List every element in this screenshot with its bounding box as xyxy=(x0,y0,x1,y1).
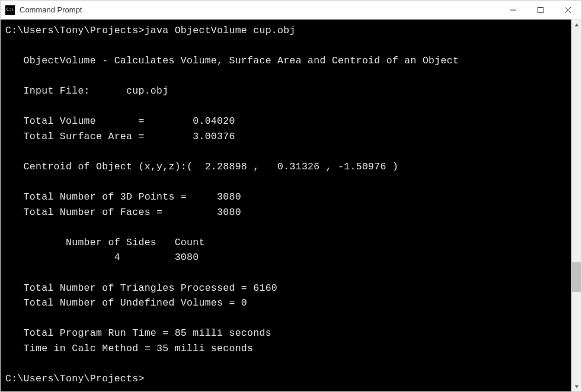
scrollbar-thumb[interactable] xyxy=(572,262,581,292)
close-button[interactable] xyxy=(554,1,581,19)
scroll-down-button[interactable] xyxy=(571,381,581,391)
vertical-scrollbar[interactable] xyxy=(571,20,581,391)
scroll-up-button[interactable] xyxy=(571,20,581,30)
window-title: Command Prompt xyxy=(20,5,500,14)
output-line: Total Number of Undefined Volumes = 0 xyxy=(5,297,247,309)
command-prompt-window: Command Prompt C:\Users\Tony\Projects>ja… xyxy=(0,0,582,392)
output-line: Time in Calc Method = 35 milli seconds xyxy=(5,343,253,354)
maximize-button[interactable] xyxy=(527,1,554,19)
output-line: Total Number of Triangles Processed = 61… xyxy=(5,282,277,294)
output-line: Input File: cup.obj xyxy=(5,85,168,97)
output-line: Total Number of Faces = 3080 xyxy=(5,207,241,218)
output-line: Total Number of 3D Points = 3080 xyxy=(5,191,241,203)
console-area: C:\Users\Tony\Projects>java ObjectVolume… xyxy=(1,20,581,391)
output-line: Total Program Run Time = 85 milli second… xyxy=(5,327,271,339)
output-line: 4 3080 xyxy=(5,252,199,263)
svg-marker-4 xyxy=(574,23,578,26)
svg-marker-5 xyxy=(574,385,578,388)
output-line: Centroid of Object (x,y,z):( 2.28898 , 0… xyxy=(5,161,398,172)
output-line: Total Volume = 0.04020 xyxy=(5,115,235,127)
titlebar: Command Prompt xyxy=(1,1,581,20)
cmd-icon xyxy=(5,5,15,15)
prompt-line: C:\Users\Tony\Projects>java ObjectVolume… xyxy=(5,25,296,36)
output-line: ObjectVolume - Calculates Volume, Surfac… xyxy=(5,55,459,66)
window-controls xyxy=(500,1,581,19)
prompt-line: C:\Users\Tony\Projects> xyxy=(5,373,145,384)
minimize-button[interactable] xyxy=(500,1,527,19)
console-output[interactable]: C:\Users\Tony\Projects>java ObjectVolume… xyxy=(1,20,571,391)
output-line: Total Surface Area = 3.00376 xyxy=(5,131,235,142)
svg-rect-1 xyxy=(538,7,543,12)
output-line: Number of Sides Count xyxy=(5,237,205,248)
